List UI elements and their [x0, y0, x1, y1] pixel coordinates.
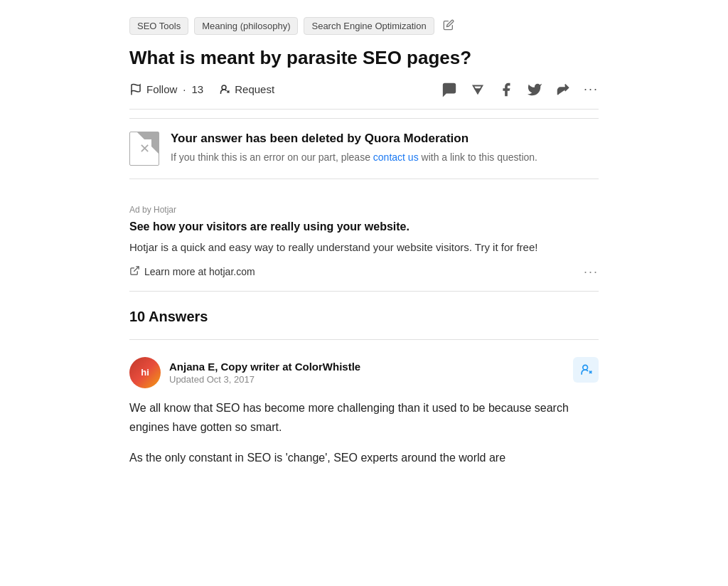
answer-paragraph-2: As the only constant in SEO is 'change',…	[129, 448, 599, 467]
twitter-button[interactable]	[527, 82, 542, 97]
svg-point-1	[222, 85, 226, 90]
ad-link[interactable]: Learn more at hotjar.com	[129, 265, 255, 278]
author-date: Updated Oct 3, 2017	[169, 374, 360, 385]
page-container: SEO Tools Meaning (philosophy) Search En…	[115, 0, 613, 496]
breadcrumbs: SEO Tools Meaning (philosophy) Search En…	[129, 17, 599, 35]
ad-more-button[interactable]: ···	[584, 265, 599, 279]
deleted-desc-text: If you think this is an error on our par…	[171, 151, 373, 163]
actions-left: Follow · 13 Request	[129, 83, 274, 96]
more-button[interactable]: ···	[584, 82, 599, 97]
answer-paragraph-1: We all know that SEO has become more cha…	[129, 398, 599, 437]
breadcrumb-seo-tools[interactable]: SEO Tools	[129, 17, 188, 35]
follow-count: 13	[192, 83, 204, 95]
follow-button[interactable]: Follow · 13	[129, 83, 203, 96]
deleted-desc-end: with a link to this question.	[419, 151, 537, 163]
answer-section: hi Anjana E, Copy writer at ColorWhistle…	[129, 348, 599, 468]
follow-dot: ·	[183, 83, 186, 95]
deleted-desc: If you think this is an error on our par…	[171, 150, 537, 165]
ad-title: See how your visitors are really using y…	[129, 220, 599, 233]
breadcrumb-seo[interactable]: Search Engine Optimization	[304, 17, 434, 35]
divider-1	[129, 109, 599, 110]
ad-section: Ad by Hotjar See how your visitors are r…	[129, 193, 599, 292]
request-button[interactable]: Request	[218, 83, 274, 96]
deleted-text-block: Your answer has been deleted by Quora Mo…	[171, 132, 537, 165]
share-button[interactable]	[555, 82, 571, 97]
breadcrumb-meaning[interactable]: Meaning (philosophy)	[194, 17, 298, 35]
downvote-button[interactable]	[470, 82, 486, 97]
comment-button[interactable]	[441, 82, 457, 97]
facebook-button[interactable]	[498, 82, 514, 97]
answers-count: 10 Answers	[129, 309, 599, 325]
avatar: hi	[129, 357, 161, 388]
edit-icon[interactable]	[443, 19, 454, 33]
request-answer-button[interactable]	[573, 357, 599, 383]
author-details: Anjana E, Copy writer at ColorWhistle Up…	[169, 361, 360, 385]
avatar-initials: hi	[141, 367, 149, 378]
request-label: Request	[235, 83, 274, 95]
question-actions: Follow · 13 Request	[129, 82, 599, 97]
follow-label: Follow	[146, 83, 177, 95]
actions-right: ···	[441, 82, 599, 97]
ad-body: Hotjar is a quick and easy way to really…	[129, 239, 599, 256]
answer-body: We all know that SEO has become more cha…	[129, 398, 599, 468]
question-title: What is meant by parasite SEO pages?	[129, 46, 599, 70]
deleted-x: ✕	[139, 141, 150, 156]
ad-label: Ad by Hotjar	[129, 205, 599, 215]
author-name[interactable]: Anjana E, Copy writer at ColorWhistle	[169, 361, 360, 373]
svg-point-6	[583, 365, 588, 370]
deleted-notice: ✕ Your answer has been deleted by Quora …	[129, 118, 599, 179]
author-info: hi Anjana E, Copy writer at ColorWhistle…	[129, 357, 360, 388]
deleted-file-icon: ✕	[129, 132, 159, 166]
svg-line-5	[134, 267, 139, 272]
ad-link-text: Learn more at hotjar.com	[144, 266, 255, 277]
ad-link-row: Learn more at hotjar.com ···	[129, 265, 599, 279]
contact-us-link[interactable]: contact us	[373, 151, 419, 163]
external-link-icon	[129, 265, 140, 278]
divider-2	[129, 339, 599, 340]
answer-header: hi Anjana E, Copy writer at ColorWhistle…	[129, 357, 599, 388]
deleted-title: Your answer has been deleted by Quora Mo…	[171, 132, 537, 146]
